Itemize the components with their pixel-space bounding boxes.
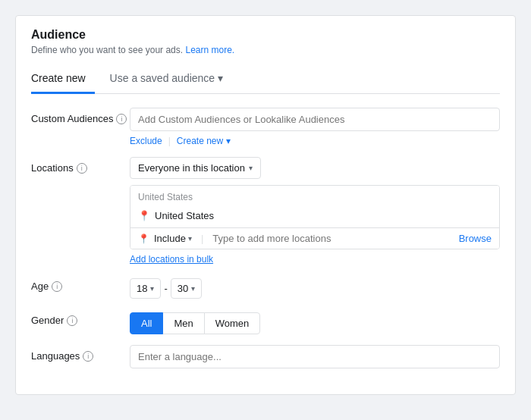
add-bulk-link[interactable]: Add locations in bulk xyxy=(130,254,213,265)
age-label: Age i xyxy=(31,275,130,292)
locations-row: Locations i Everyone in this location ▾ … xyxy=(31,157,500,265)
tab-create-new[interactable]: Create new xyxy=(31,66,95,94)
include-dropdown[interactable]: Include ▾ xyxy=(154,233,192,244)
locations-dropdown-arrow: ▾ xyxy=(249,164,253,172)
custom-audiences-control: Exclude | Create new ▾ xyxy=(130,108,500,146)
age-max-select[interactable]: 30 ▾ xyxy=(171,278,202,299)
learn-more-link[interactable]: Learn more. xyxy=(185,45,234,55)
gender-all-btn[interactable]: All xyxy=(130,312,163,334)
custom-audiences-label: Custom Audiences i xyxy=(31,108,130,124)
locations-info-icon[interactable]: i xyxy=(77,163,87,174)
locations-control: Everyone in this location ▾ United State… xyxy=(130,157,500,265)
gender-women-btn[interactable]: Women xyxy=(204,312,261,334)
age-control: 18 ▾ - 30 ▾ xyxy=(130,275,500,299)
page-title: Audience xyxy=(31,28,500,42)
age-max-arrow: ▾ xyxy=(191,284,195,293)
gender-row: Gender i All Men Women xyxy=(31,309,500,334)
location-name: United States xyxy=(155,210,214,221)
tab-saved-audience-arrow: ▾ xyxy=(218,72,223,84)
gender-info-icon[interactable]: i xyxy=(67,315,77,326)
audience-card: Audience Define who you want to see your… xyxy=(15,15,516,395)
locations-label: Locations i xyxy=(31,157,130,174)
location-pin-icon: 📍 xyxy=(138,210,150,221)
gender-control: All Men Women xyxy=(130,309,500,334)
location-box: United States 📍 United States 📍 Include … xyxy=(130,185,500,249)
languages-input[interactable] xyxy=(130,345,500,368)
create-new-link[interactable]: Create new ▾ xyxy=(177,136,231,146)
age-row: Age i 18 ▾ - 30 ▾ xyxy=(31,275,500,299)
languages-control xyxy=(130,345,500,368)
include-arrow: ▾ xyxy=(188,234,192,243)
age-info-icon[interactable]: i xyxy=(52,281,62,292)
custom-audiences-input[interactable] xyxy=(130,108,500,131)
gender-men-btn[interactable]: Men xyxy=(162,312,204,334)
location-input-row: 📍 Include ▾ | Browse xyxy=(130,228,499,249)
age-min-arrow: ▾ xyxy=(150,284,154,293)
custom-audiences-row: Custom Audiences i Exclude | Create new … xyxy=(31,108,500,146)
exclude-link[interactable]: Exclude xyxy=(130,136,162,146)
tab-saved-audience[interactable]: Use a saved audience ▾ xyxy=(110,66,233,94)
languages-label: Languages i xyxy=(31,345,130,362)
tab-bar: Create new Use a saved audience ▾ xyxy=(31,66,500,94)
languages-info-icon[interactable]: i xyxy=(83,351,93,362)
location-item: 📍 United States xyxy=(130,205,499,228)
include-pin-icon: 📍 xyxy=(138,234,149,244)
locations-dropdown[interactable]: Everyone in this location ▾ xyxy=(130,157,261,179)
browse-link[interactable]: Browse xyxy=(459,233,492,244)
custom-audiences-info-icon[interactable]: i xyxy=(116,114,127,124)
gender-label: Gender i xyxy=(31,309,130,326)
languages-row: Languages i xyxy=(31,345,500,368)
age-min-select[interactable]: 18 ▾ xyxy=(130,278,161,299)
page-subtitle: Define who you want to see your ads. Lea… xyxy=(31,45,500,55)
location-search-input[interactable] xyxy=(212,233,454,244)
location-header: United States xyxy=(130,186,499,205)
gender-group: All Men Women xyxy=(130,312,500,334)
